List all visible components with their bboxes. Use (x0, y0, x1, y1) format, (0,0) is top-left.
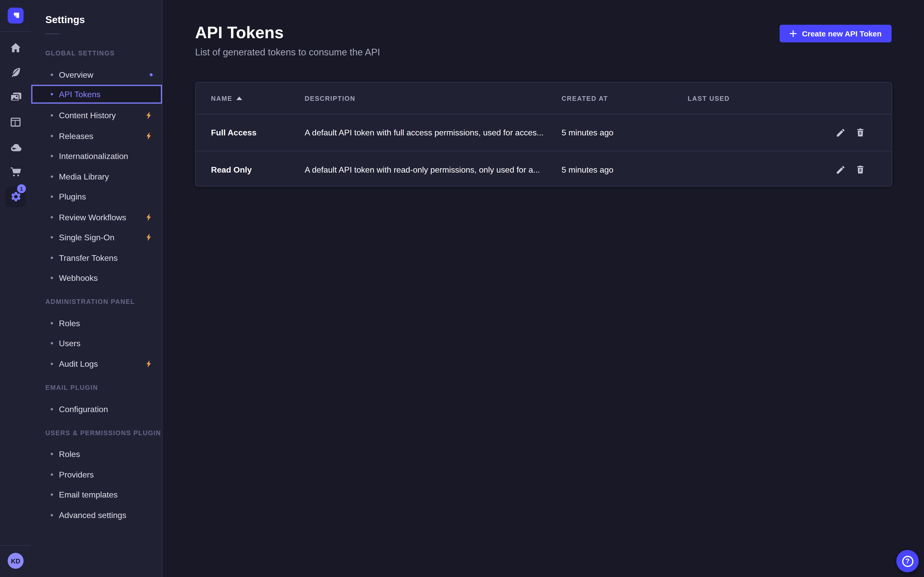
table-header: NAME DESCRIPTION CREATED AT LAST USED (195, 82, 892, 114)
subnav-item-users[interactable]: Users (31, 334, 162, 352)
subnav-item-roles-admin[interactable]: Roles (31, 314, 162, 332)
bullet-icon (50, 342, 53, 344)
column-header-last-used: LAST USED (688, 95, 730, 102)
subnav-item-providers[interactable]: Providers (31, 466, 162, 484)
edit-button[interactable] (832, 124, 848, 140)
strapi-logo[interactable] (8, 8, 24, 24)
bullet-icon (50, 176, 53, 178)
bullet-icon (50, 408, 53, 410)
plus-icon (790, 30, 797, 37)
media-library-icon[interactable] (0, 87, 31, 107)
subnav-item-review-workflows[interactable]: Review Workflows (31, 208, 162, 226)
home-icon[interactable] (0, 38, 31, 58)
column-header-description: DESCRIPTION (305, 95, 355, 102)
bullet-icon (50, 474, 53, 476)
settings-notification-badge: 1 (17, 184, 26, 193)
token-name: Read Only (211, 165, 252, 174)
subnav-item-email-templates[interactable]: Email templates (31, 486, 162, 503)
settings-subnav: Settings GLOBAL SETTINGS Overview API To… (31, 0, 163, 577)
token-description: A default API token with read-only permi… (305, 165, 548, 174)
delete-button[interactable] (852, 124, 869, 140)
subnav-item-media-library[interactable]: Media Library (31, 168, 162, 185)
bullet-icon (50, 74, 53, 76)
bullet-icon (50, 216, 53, 219)
sort-ascending-icon (237, 97, 242, 100)
column-header-name[interactable]: NAME (211, 95, 242, 102)
rail-divider (0, 31, 31, 32)
subnav-title-divider (45, 34, 60, 34)
help-button[interactable]: ? (896, 550, 919, 572)
subnav-item-audit-logs[interactable]: Audit Logs (31, 355, 162, 372)
content-feather-icon[interactable] (0, 62, 31, 82)
layout-icon[interactable] (0, 112, 31, 132)
rail-divider (0, 545, 31, 546)
subnav-item-releases[interactable]: Releases (31, 127, 162, 145)
subnav-item-transfer-tokens[interactable]: Transfer Tokens (31, 249, 162, 267)
subnav-item-plugins[interactable]: Plugins (31, 188, 162, 205)
create-api-token-button[interactable]: Create new API Token (780, 25, 892, 42)
bullet-icon (50, 277, 53, 279)
bullet-icon (50, 155, 53, 157)
subnav-item-single-sign-on[interactable]: Single Sign-On (31, 229, 162, 246)
delete-button[interactable] (852, 161, 869, 178)
api-tokens-table: NAME DESCRIPTION CREATED AT LAST USED Fu… (195, 82, 892, 187)
subnav-item-overview[interactable]: Overview (31, 66, 162, 84)
subnav-item-configuration[interactable]: Configuration (31, 400, 162, 418)
column-header-created-at: CREATED AT (562, 95, 608, 102)
section-label-administration-panel: ADMINISTRATION PANEL (45, 298, 135, 305)
strapi-admin-app: 1 KD Settings GLOBAL SETTINGS Overview A… (0, 0, 924, 577)
subnav-title: Settings (45, 14, 85, 26)
bullet-icon (50, 257, 53, 259)
bullet-icon (50, 135, 53, 137)
trash-icon (857, 129, 864, 137)
settings-gear-icon[interactable] (0, 187, 31, 207)
cloud-icon[interactable] (0, 137, 31, 157)
bullet-icon (50, 363, 53, 365)
token-description: A default API token with full access per… (305, 128, 548, 137)
user-avatar[interactable]: KD (8, 553, 24, 569)
token-created-at: 5 minutes ago (562, 165, 614, 174)
subnav-item-webhooks[interactable]: Webhooks (31, 269, 162, 287)
bullet-icon (50, 114, 53, 116)
page-title: API Tokens (195, 24, 284, 42)
edit-button[interactable] (832, 161, 848, 178)
bullet-icon (50, 93, 53, 95)
page-subtitle: List of generated tokens to consume the … (195, 47, 380, 58)
main-content: API Tokens List of generated tokens to c… (163, 0, 924, 577)
bullet-icon (50, 453, 53, 455)
subnav-item-content-history[interactable]: Content History (31, 107, 162, 124)
pencil-icon (837, 166, 844, 173)
subnav-item-api-tokens[interactable]: API Tokens (31, 85, 162, 103)
subnav-item-roles-up[interactable]: Roles (31, 445, 162, 463)
strapi-logo-icon (11, 11, 20, 20)
section-label-email-plugin: EMAIL PLUGIN (45, 384, 98, 391)
create-api-token-label: Create new API Token (802, 29, 882, 38)
lightning-icon (145, 132, 152, 140)
section-label-global-settings: GLOBAL SETTINGS (45, 50, 115, 57)
section-label-users-permissions-plugin: USERS & PERMISSIONS PLUGIN (45, 429, 161, 437)
marketplace-cart-icon[interactable] (0, 162, 31, 182)
bullet-icon (50, 493, 53, 496)
trash-icon (857, 165, 864, 174)
token-name: Full Access (211, 128, 257, 137)
pencil-icon (837, 129, 844, 137)
lightning-icon (145, 213, 152, 221)
subnav-item-advanced-settings[interactable]: Advanced settings (31, 506, 162, 524)
table-row-full-access[interactable]: Full Access A default API token with ful… (195, 114, 892, 150)
lightning-icon (145, 360, 152, 368)
question-mark-icon: ? (902, 556, 913, 567)
lightning-icon (145, 234, 152, 241)
subnav-item-internationalization[interactable]: Internationalization (31, 147, 162, 165)
bullet-icon (50, 195, 53, 198)
bullet-icon (50, 236, 53, 239)
notification-dot (150, 73, 152, 76)
bullet-icon (50, 322, 53, 324)
main-nav-rail: 1 KD (0, 0, 32, 577)
token-created-at: 5 minutes ago (562, 128, 614, 137)
bullet-icon (50, 514, 53, 516)
lightning-icon (145, 111, 152, 119)
table-row-read-only[interactable]: Read Only A default API token with read-… (195, 151, 892, 188)
